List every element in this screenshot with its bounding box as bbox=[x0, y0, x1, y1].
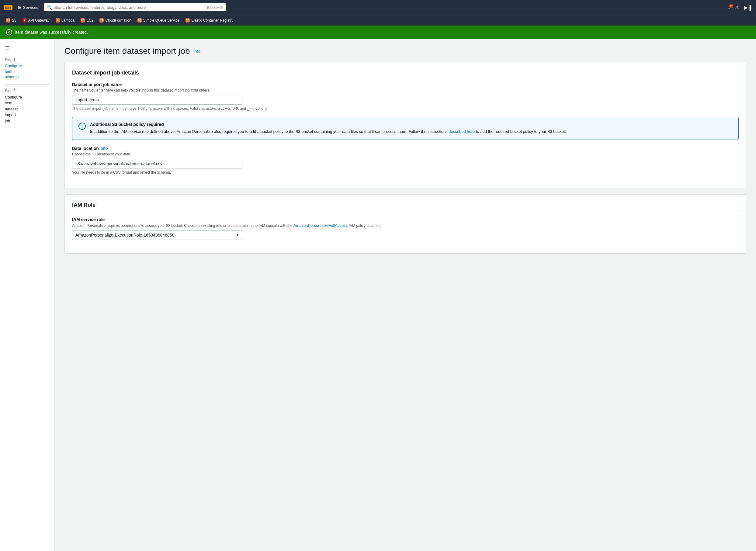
cf-icon: CF bbox=[99, 18, 104, 22]
service-s3[interactable]: S3 S3 bbox=[4, 17, 19, 23]
service-lambda[interactable]: λ Lambda bbox=[53, 17, 77, 23]
service-ec2[interactable]: EC EC2 bbox=[78, 17, 96, 23]
lambda-label: Lambda bbox=[61, 18, 74, 22]
info-box-content: Additional S3 bucket policy required In … bbox=[90, 122, 566, 135]
dataset-import-job-name-input[interactable] bbox=[72, 95, 242, 105]
search-bar[interactable]: 🔍 [Option+S] bbox=[44, 3, 226, 11]
iam-service-role-field: IAM service role Amazon Personalize requ… bbox=[72, 217, 739, 240]
page-info-link[interactable]: Info bbox=[193, 49, 200, 53]
sqs-icon: SQ bbox=[137, 18, 142, 22]
lambda-icon: λ bbox=[56, 18, 60, 22]
service-ecr[interactable]: EC Elastic Container Registry bbox=[183, 17, 236, 23]
success-banner: ✓ item dataset was successfully created. bbox=[0, 26, 756, 39]
services-bar: S3 S3 A API Gateway λ Lambda EC EC2 CF C… bbox=[0, 15, 756, 26]
ec2-icon: EC bbox=[81, 18, 85, 22]
data-location-input[interactable] bbox=[72, 159, 242, 168]
page-title-row: Configure item dataset import job Info bbox=[64, 46, 746, 56]
data-location-field: Data location Info Choose the S3 locatio… bbox=[72, 146, 739, 174]
info-box-body-before: In addition to the IAM service role defi… bbox=[90, 129, 449, 134]
info-box-body-after: to add the required bucket policy to you… bbox=[475, 129, 566, 134]
sidebar-step1-link[interactable]: Configureitemschema bbox=[5, 64, 22, 79]
card-title: Dataset import job details bbox=[72, 70, 739, 76]
services-label: Services bbox=[23, 5, 38, 10]
apigw-icon: A bbox=[22, 18, 27, 22]
dataset-import-job-details-card: Dataset import job details Dataset impor… bbox=[64, 62, 746, 188]
search-shortcut: [Option+S] bbox=[207, 5, 223, 9]
iam-role-select-wrapper: AmazonPersonalize-ExecutionRole-16534368… bbox=[72, 230, 242, 240]
sqs-label: Simple Queue Service bbox=[143, 18, 179, 22]
iam-role-select[interactable]: AmazonPersonalize-ExecutionRole-16534368… bbox=[72, 230, 242, 240]
ecr-label: Elastic Container Registry bbox=[191, 18, 233, 22]
step2-label: Step 2 bbox=[5, 89, 50, 93]
service-cloudformation[interactable]: CF CloudFormation bbox=[97, 17, 133, 23]
page-title: Configure item dataset import job bbox=[64, 46, 190, 56]
s3-icon: S3 bbox=[6, 18, 10, 22]
dataset-import-job-name-field: Dataset import job name The name you ent… bbox=[72, 82, 739, 111]
s3-label: S3 bbox=[12, 18, 16, 22]
dataset-import-job-name-label: Dataset import job name bbox=[72, 82, 739, 87]
iam-service-role-desc: Amazon Personalize requires permissions … bbox=[72, 223, 739, 228]
aws-logo[interactable]: aws bbox=[4, 5, 12, 10]
aws-logo-box: aws bbox=[4, 5, 12, 10]
data-location-label: Data location Info bbox=[72, 146, 739, 151]
warning-icon-button[interactable]: ⚠ bbox=[734, 3, 740, 12]
content-area: Configure item dataset import job Info D… bbox=[55, 39, 756, 551]
s3-policy-info-box: i Additional S3 bucket policy required I… bbox=[72, 117, 739, 140]
iam-role-card: IAM Role IAM service role Amazon Persona… bbox=[64, 194, 746, 253]
info-box-body: In addition to the IAM service role defi… bbox=[90, 129, 566, 135]
services-menu-button[interactable]: ⊞ Services bbox=[16, 4, 41, 11]
success-message: item dataset was successfully created. bbox=[15, 30, 88, 35]
data-location-info-link[interactable]: Info bbox=[101, 146, 108, 150]
sidebar-step2-text: Configureitemdatasetimportjob bbox=[5, 95, 22, 123]
notification-badge: 2 bbox=[729, 4, 733, 8]
described-here-link[interactable]: described here bbox=[449, 129, 475, 134]
terminal-icon-button[interactable]: ▶▐ bbox=[743, 3, 752, 12]
notification-button[interactable]: 🛡 2 bbox=[727, 5, 731, 10]
top-navigation: aws ⊞ Services 🔍 [Option+S] 🛡 2 ⚠ ▶▐ bbox=[0, 0, 756, 15]
dataset-import-job-name-desc: The name you enter here can help you dis… bbox=[72, 88, 739, 92]
iam-policy-link[interactable]: AmazonPersonalizeFullAccess bbox=[293, 223, 347, 228]
step1-label: Step 1 bbox=[5, 58, 50, 62]
ecr-icon: EC bbox=[185, 18, 190, 22]
service-api-gateway[interactable]: A API Gateway bbox=[20, 17, 52, 23]
service-sqs[interactable]: SQ Simple Queue Service bbox=[135, 17, 182, 23]
search-input[interactable] bbox=[54, 5, 205, 10]
main-layout: ☰ Step 1 Configureitemschema Step 2 Conf… bbox=[0, 39, 756, 551]
cf-label: CloudFormation bbox=[105, 18, 131, 22]
iam-card-title: IAM Role bbox=[72, 202, 739, 208]
search-icon: 🔍 bbox=[47, 5, 52, 10]
iam-divider bbox=[72, 211, 739, 211]
nav-right: 🛡 2 ⚠ ▶▐ bbox=[727, 3, 752, 12]
info-box-icon: i bbox=[78, 122, 86, 130]
sidebar: ☰ Step 1 Configureitemschema Step 2 Conf… bbox=[0, 39, 55, 551]
iam-service-role-label: IAM service role bbox=[72, 217, 739, 222]
ec2-label: EC2 bbox=[86, 18, 93, 22]
data-location-desc: Choose the S3 location of your data. bbox=[72, 152, 739, 156]
data-location-hint: Your file needs to be in a CSV format an… bbox=[72, 170, 739, 174]
apigw-label: API Gateway bbox=[28, 18, 50, 22]
dataset-import-job-name-hint: The dataset import job name must have 1-… bbox=[72, 106, 739, 111]
hamburger-icon[interactable]: ☰ bbox=[5, 45, 50, 52]
success-icon: ✓ bbox=[6, 29, 12, 35]
grid-icon: ⊞ bbox=[18, 5, 22, 10]
info-box-title: Additional S3 bucket policy required bbox=[90, 122, 566, 127]
